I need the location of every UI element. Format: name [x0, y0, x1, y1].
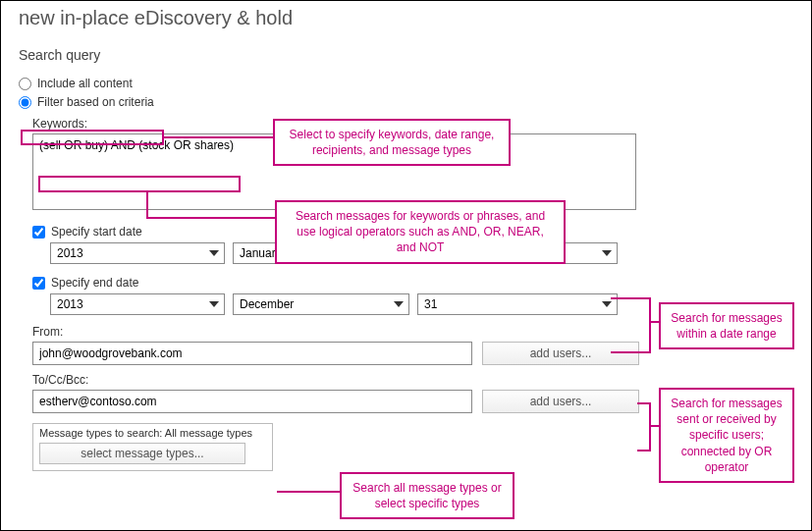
from-add-users-button[interactable]: add users... — [482, 342, 639, 365]
end-day-select[interactable]: 31 — [417, 293, 618, 315]
page-title: new in-place eDiscovery & hold — [19, 7, 793, 29]
end-date-label: Specify end date — [51, 276, 138, 290]
connector-c2-v — [146, 192, 148, 219]
callout-msgtypes: Search all message types or select speci… — [340, 472, 514, 519]
callout-filter: Select to specify keywords, date range, … — [273, 119, 511, 166]
callout-users: Search for messages sent or received by … — [659, 388, 794, 483]
connector-c3-a — [611, 297, 650, 299]
select-message-types-button[interactable]: select message types... — [39, 443, 245, 464]
connector-c5 — [277, 491, 340, 493]
callout-keywords: Search messages for keywords or phrases,… — [275, 200, 566, 264]
connector-c4-v — [649, 402, 651, 451]
connector-c1 — [164, 136, 273, 138]
radio-include-all[interactable] — [19, 78, 31, 90]
from-input[interactable] — [32, 342, 472, 365]
to-label: To/Cc/Bcc: — [32, 373, 793, 387]
callout-date-range: Search for messages within a date range — [659, 302, 794, 349]
radio-filter-based[interactable] — [19, 96, 31, 109]
connector-c4-h — [649, 425, 659, 427]
connector-c2-h — [146, 217, 275, 219]
radio-filter-based-label: Filter based on criteria — [37, 95, 154, 109]
radio-include-all-label: Include all content — [37, 77, 133, 90]
end-year-select[interactable]: 2013 — [50, 293, 225, 315]
connector-c3-b — [611, 351, 650, 353]
message-types-block: Message types to search: All message typ… — [32, 423, 273, 471]
checkbox-end-date[interactable] — [32, 277, 45, 290]
end-month-select[interactable]: December — [233, 293, 409, 315]
start-year-select[interactable]: 2013 — [50, 242, 225, 264]
to-input[interactable] — [32, 390, 472, 413]
message-types-label: Message types to search: All message typ… — [39, 427, 266, 439]
checkbox-start-date[interactable] — [32, 226, 45, 239]
start-date-label: Specify start date — [51, 225, 142, 239]
section-title: Search query — [19, 47, 793, 63]
connector-c3-v — [649, 297, 651, 353]
to-add-users-button[interactable]: add users... — [482, 390, 639, 413]
connector-c3-h — [649, 321, 659, 323]
